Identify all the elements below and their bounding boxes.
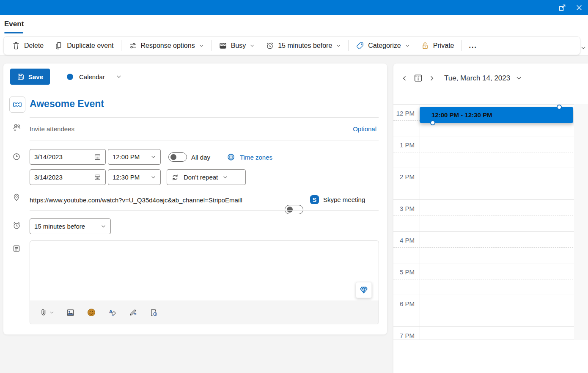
- event-resize-handle-top[interactable]: [557, 105, 562, 110]
- reminder-toolbar-button[interactable]: 15 minutes before: [260, 37, 346, 55]
- all-day-strip[interactable]: [393, 93, 574, 104]
- trash-icon: [12, 41, 20, 50]
- hour-label: 3 PM: [393, 205, 415, 212]
- duplicate-event-button[interactable]: Duplicate event: [49, 37, 119, 55]
- calendar-today-icon[interactable]: [413, 73, 423, 83]
- calendar-selector[interactable]: Calendar: [67, 69, 122, 85]
- skype-meeting-toggle[interactable]: [285, 205, 303, 214]
- calendar-hour-row[interactable]: 4 PM: [393, 231, 574, 263]
- save-icon: [17, 73, 25, 80]
- globe-icon: [227, 153, 235, 161]
- previous-day-chevron-icon[interactable]: [401, 75, 408, 82]
- calendar-glyph-icon: [94, 174, 101, 181]
- chevron-down-icon: [49, 310, 54, 315]
- notes-icon: [12, 244, 21, 253]
- invite-attendees-input[interactable]: Invite attendees: [30, 125, 74, 133]
- tab-event[interactable]: Event: [4, 20, 24, 28]
- copy-icon: [55, 41, 63, 50]
- chevron-down-icon: [116, 74, 122, 80]
- calendar-right-gutter: [574, 104, 588, 340]
- scheduling-poll-button[interactable]: [149, 308, 158, 317]
- all-day-toggle[interactable]: [168, 152, 187, 162]
- calendar-hour-row[interactable]: 2 PM: [393, 168, 574, 199]
- date-picker-button[interactable]: Tue, March 14, 2023: [444, 74, 522, 83]
- reminder-alarm-icon: [12, 221, 21, 230]
- calendar-hour-row[interactable]: 3 PM: [393, 199, 574, 231]
- hour-label: 2 PM: [393, 173, 415, 180]
- reminder-selector[interactable]: 15 minutes before: [30, 218, 111, 234]
- calendar-event-block[interactable]: 12:00 PM - 12:30 PM: [420, 107, 573, 123]
- start-date-field[interactable]: 3/14/2023: [30, 149, 106, 165]
- busy-status-button[interactable]: Busy: [213, 37, 261, 55]
- event-form-card: Save Calendar Awesome Event Invite atten…: [3, 64, 387, 334]
- emoji-button[interactable]: [87, 308, 96, 317]
- chevron-down-icon: [223, 174, 228, 180]
- skype-meeting-label: Skype meeting: [323, 196, 365, 203]
- skype-meeting-row: S Skype meeting: [310, 195, 365, 204]
- categorize-button[interactable]: Categorize: [350, 37, 415, 55]
- start-time-field[interactable]: 12:00 PM: [108, 149, 161, 165]
- calendar-panel-header: Tue, March 14, 2023: [393, 64, 574, 93]
- repeat-selector[interactable]: Don't repeat: [167, 169, 246, 185]
- popout-icon[interactable]: [557, 3, 568, 13]
- calendar-hour-row[interactable]: 6 PM: [393, 295, 574, 326]
- editor-toolbar: A: [30, 301, 379, 324]
- half-hour-line: [393, 184, 573, 184]
- chevron-down-icon: [199, 43, 204, 48]
- calendar-hour-row[interactable]: 7 PM: [393, 326, 574, 340]
- day-calendar-panel: Tue, March 14, 2023 12:00 PM - 12:30 PM …: [393, 64, 588, 373]
- hour-label: 7 PM: [393, 332, 415, 339]
- time-zones-link[interactable]: Time zones: [227, 153, 272, 161]
- half-hour-line: [393, 247, 573, 248]
- calendar-hour-row[interactable]: 1 PM: [393, 136, 574, 168]
- chevron-down-icon: [101, 224, 106, 229]
- save-button[interactable]: Save: [10, 69, 50, 85]
- toolbar-divider: [348, 40, 349, 51]
- location-pin-icon: [12, 193, 21, 202]
- private-button[interactable]: Private: [415, 37, 460, 55]
- calendar-glyph-icon: [94, 153, 101, 160]
- description-editor: A: [30, 240, 379, 324]
- collapse-toolbar-chevron-icon[interactable]: [580, 45, 586, 51]
- editor-gem-button[interactable]: [356, 282, 372, 298]
- chevron-down-icon: [336, 43, 341, 48]
- optional-attendees-link[interactable]: Optional: [353, 125, 376, 133]
- next-day-chevron-icon[interactable]: [429, 75, 435, 82]
- alarm-icon: [266, 41, 274, 50]
- toolbar-divider: [121, 40, 121, 51]
- description-input[interactable]: [30, 241, 379, 301]
- top-chrome: Event Delete Duplicate event Response op…: [0, 15, 588, 55]
- hour-label: 1 PM: [393, 141, 415, 149]
- all-day-label: All day: [191, 154, 210, 161]
- end-time-field[interactable]: 12:30 PM: [108, 169, 161, 185]
- calendar-hour-row[interactable]: 5 PM: [393, 263, 574, 295]
- half-hour-line: [393, 311, 573, 311]
- hour-label: 12 PM: [393, 110, 415, 117]
- insert-image-button[interactable]: [66, 308, 75, 317]
- hour-label: 6 PM: [393, 300, 415, 307]
- skype-icon: S: [310, 195, 319, 204]
- divider: [30, 117, 379, 118]
- clear-formatting-button[interactable]: A: [108, 308, 117, 317]
- draw-pen-button[interactable]: [129, 308, 137, 317]
- more-options-button[interactable]: ...: [463, 37, 482, 55]
- location-input[interactable]: https://www.youtube.com/watch?v=U_Q35d4o…: [30, 196, 281, 204]
- hour-label: 4 PM: [393, 237, 415, 244]
- busy-icon: [219, 41, 227, 50]
- end-date-field[interactable]: 3/14/2023: [30, 169, 106, 185]
- event-ticket-icon: [9, 97, 25, 113]
- divider: [30, 141, 379, 141]
- attach-file-button[interactable]: [39, 308, 54, 317]
- close-icon[interactable]: [574, 3, 585, 13]
- toggle-knob: [287, 207, 293, 213]
- half-hour-line: [393, 152, 573, 152]
- toolbar-divider: [211, 40, 212, 51]
- event-title-input[interactable]: Awesome Event: [30, 98, 104, 110]
- response-options-button[interactable]: Response options: [123, 37, 209, 55]
- toggle-knob: [170, 154, 176, 160]
- tag-icon: [356, 41, 364, 50]
- chevron-down-icon: [516, 75, 522, 81]
- event-resize-handle-bottom[interactable]: [430, 120, 435, 125]
- delete-button[interactable]: Delete: [6, 37, 49, 55]
- day-hour-grid: 12:00 PM - 12:30 PM 12 PM1 PM2 PM3 PM4 P…: [393, 104, 574, 340]
